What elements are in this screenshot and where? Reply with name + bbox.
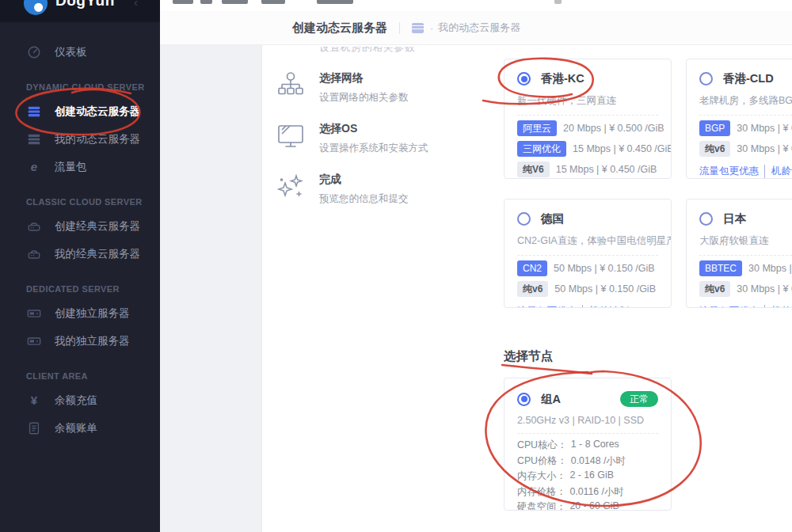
sidebar-item-label: 仪表板 xyxy=(55,45,87,59)
node-card-group-a[interactable]: 组A 正常 2.50GHz v3 | RAID-10 | SSD CPU核心：1… xyxy=(504,378,672,511)
step-subtitle: 设置网络的相关参数 xyxy=(319,91,409,104)
sidebar-section-client-area: CLIENT AREA xyxy=(0,371,160,381)
line-price: 30 Mbps | ¥ xyxy=(748,263,792,274)
line-badge: 纯v6 xyxy=(699,141,730,157)
line-price: 20 Mbps | ¥ 0.500 /GiB xyxy=(563,123,664,134)
dotted-divider xyxy=(699,115,792,116)
sidebar-item-create-dynamic-server[interactable]: 创建动态云服务器 xyxy=(0,97,160,125)
sidebar-item-balance-topup[interactable]: ¥ 余额充值 xyxy=(0,386,160,414)
radio-unselected-icon[interactable] xyxy=(699,212,713,226)
sidebar-item-label: 余额充值 xyxy=(55,393,97,408)
sidebar: DogYun ‹ 仪表板 DYNAMIC CLOUD SERVER 创建动态云服… xyxy=(0,0,160,532)
server-mini-icon xyxy=(412,23,424,33)
radio-selected-icon[interactable] xyxy=(517,393,531,406)
topnav-item-clipped[interactable] xyxy=(173,0,193,4)
machine-age-plan-link[interactable]: 机龄计划 xyxy=(764,305,792,308)
topnav-item-clipped[interactable] xyxy=(222,0,248,4)
traffic-discount-link[interactable]: 流量包更优惠 xyxy=(699,305,759,308)
sidebar-item-label: 我的动态云服务器 xyxy=(55,132,140,146)
step-finish[interactable]: 完成 预览您的信息和提交 xyxy=(275,171,477,206)
location-desc: 大阪府软银直连 xyxy=(699,234,792,248)
step-select-network[interactable]: 选择网络 设置网络的相关参数 xyxy=(275,70,477,104)
sidebar-item-label: 流量包 xyxy=(55,160,87,174)
sidebar-item-dashboard[interactable]: 仪表板 xyxy=(0,38,160,66)
radio-unselected-icon[interactable] xyxy=(699,72,713,86)
node-section-title: 选择节点 xyxy=(504,348,553,365)
wizard-panel: 设置机房的相关参数 选择网络 设置网络的相关参数 xyxy=(261,45,792,532)
step-title: 选择OS xyxy=(319,120,428,136)
step-title: 完成 xyxy=(319,171,409,187)
wizard-steps: 设置机房的相关参数 选择网络 设置网络的相关参数 xyxy=(275,45,477,222)
yuan-icon: ¥ xyxy=(26,393,42,408)
location-name: 德国 xyxy=(541,211,564,226)
step-select-os[interactable]: 选择OS 设置操作系统和安装方式 xyxy=(275,120,477,155)
topnav-item-clipped[interactable] xyxy=(200,0,212,4)
header-divider xyxy=(399,22,400,34)
location-card-germany[interactable]: 德国 CN2-GIA直连，体验中国电信明星产品 CN250 Mbps | ¥ 0… xyxy=(504,199,672,308)
line-badge: BBTEC xyxy=(699,260,742,276)
spec-row: 内存大小：2 - 16 GiB xyxy=(517,469,658,483)
line-price: 30 Mbps | ¥ 0.2 xyxy=(737,123,792,134)
sidebar-item-create-dedicated-server[interactable]: 创建独立服务器 xyxy=(0,299,160,327)
topnav-item-clipped[interactable] xyxy=(317,0,353,4)
location-card-japan[interactable]: 日本 大阪府软银直连 BBTEC30 Mbps | ¥ 纯v630 Mbps |… xyxy=(686,199,792,308)
node-desc: 2.50GHz v3 | RAID-10 | SSD xyxy=(517,415,658,426)
location-desc: 老牌机房，多线路BGP优 xyxy=(699,94,792,108)
dotted-divider xyxy=(517,433,658,434)
dogyun-logo-icon[interactable] xyxy=(24,0,48,15)
sidebar-item-create-classic-server[interactable]: 创建经典云服务器 xyxy=(0,212,160,240)
line-price: 15 Mbps | ¥ 0.450 /GiB xyxy=(556,164,657,175)
cloud-drive-icon xyxy=(26,246,42,262)
line-price: 50 Mbps | ¥ 0.150 /GiB xyxy=(554,283,656,294)
breadcrumb-separator: · xyxy=(430,22,433,34)
machine-age-plan-link[interactable]: 机龄计划 xyxy=(764,165,792,178)
traffic-discount-link[interactable]: 流量包更优惠 xyxy=(699,165,759,178)
cloud-drive-icon xyxy=(26,218,42,234)
sidebar-item-balance-bill[interactable]: 余额账单 xyxy=(0,414,160,442)
sidebar-menu: 仪表板 DYNAMIC CLOUD SERVER 创建动态云服务器 我的动态云服… xyxy=(0,22,160,442)
sidebar-item-label: 余额账单 xyxy=(55,421,97,435)
spec-row: CPU价格：0.0148 /小时 xyxy=(517,454,658,468)
logo-text[interactable]: DogYun xyxy=(55,0,115,22)
sidebar-section-dedicated: DEDICATED SERVER xyxy=(0,284,160,294)
dedicated-server-icon xyxy=(26,306,42,321)
topnav-icon-clipped[interactable] xyxy=(554,0,562,4)
location-card-hk-cld[interactable]: 香港-CLD 老牌机房，多线路BGP优 BGP30 Mbps | ¥ 0.2 纯… xyxy=(686,59,792,179)
sidebar-collapse-icon[interactable]: ‹ xyxy=(134,0,138,9)
dotted-divider xyxy=(517,255,658,256)
breadcrumb-my-dynamic-servers[interactable]: 我的动态云服务器 xyxy=(438,21,520,35)
spec-row: 内存价格：0.0116 /小时 xyxy=(517,485,658,499)
radio-unselected-icon[interactable] xyxy=(517,212,531,226)
line-badge: 纯v6 xyxy=(517,281,548,297)
clipped-step-subtitle: 设置机房的相关参数 xyxy=(319,47,477,52)
line-badge: BGP xyxy=(699,120,730,136)
page-header: 创建动态云服务器 · 我的动态云服务器 xyxy=(160,11,792,45)
gauge-icon xyxy=(26,44,42,60)
step-subtitle: 设置操作系统和安装方式 xyxy=(319,142,428,155)
sidebar-section-classic: CLASSIC CLOUD SERVER xyxy=(0,197,160,207)
sidebar-item-label: 我的独立服务器 xyxy=(55,334,130,348)
location-card-hk-kc[interactable]: 香港-KC 新一代硬件，三网直连 阿里云20 Mbps | ¥ 0.500 /G… xyxy=(504,59,672,179)
machine-age-plan-link[interactable]: 机龄计划 xyxy=(582,305,629,308)
line-price: 50 Mbps | ¥ 0.150 /GiB xyxy=(554,263,655,274)
sidebar-item-my-classic-servers[interactable]: 我的经典云服务器 xyxy=(0,240,160,268)
bill-icon xyxy=(26,420,42,436)
traffic-e-icon: e xyxy=(26,159,42,175)
sparkles-icon xyxy=(275,171,307,203)
network-icon xyxy=(275,70,307,101)
topnav-item-clipped[interactable] xyxy=(261,0,285,4)
radio-selected-icon[interactable] xyxy=(517,72,531,86)
sidebar-item-label: 我的经典云服务器 xyxy=(55,247,140,261)
dogyun-console: DogYun ‹ 仪表板 DYNAMIC CLOUD SERVER 创建动态云服… xyxy=(0,0,792,532)
line-badge: 纯v6 xyxy=(699,281,730,297)
sidebar-item-my-dynamic-servers[interactable]: 我的动态云服务器 xyxy=(0,125,160,153)
line-badge: 纯V6 xyxy=(517,162,550,177)
location-name: 日本 xyxy=(723,211,746,226)
sidebar-item-traffic-package[interactable]: e 流量包 xyxy=(0,153,160,180)
spec-row: 硬盘空间：20 - 60 GiB xyxy=(517,500,658,511)
line-badge: 三网优化 xyxy=(517,141,566,157)
sidebar-item-label: 创建经典云服务器 xyxy=(55,219,140,234)
server-stack-icon xyxy=(26,131,42,147)
sidebar-item-my-dedicated-servers[interactable]: 我的独立服务器 xyxy=(0,327,160,355)
traffic-discount-link[interactable]: 流量包更优惠 xyxy=(517,305,577,308)
